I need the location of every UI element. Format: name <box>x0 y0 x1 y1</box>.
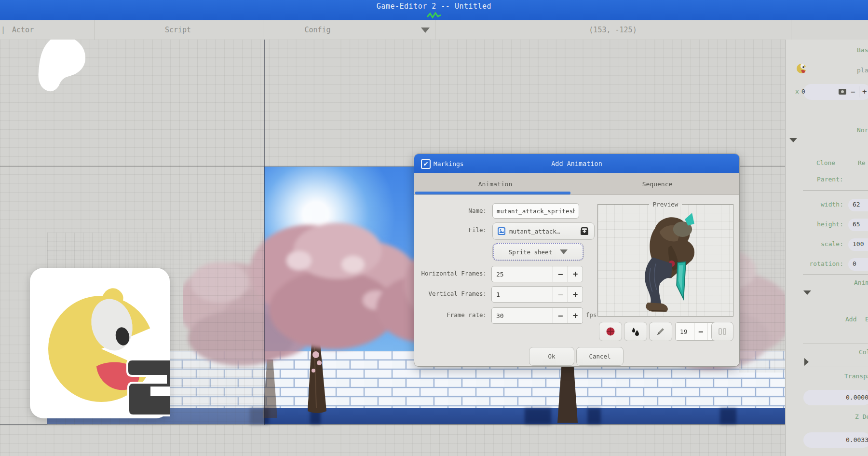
menu-bar: | Actor Script Config (153, -125) <box>0 20 868 40</box>
menu-script-label: Script <box>165 26 191 34</box>
hframes-spinner: 25 − + <box>491 266 583 282</box>
divider <box>803 274 868 275</box>
ok-button-label: Ok <box>548 353 555 360</box>
frame-number-value[interactable]: 19 <box>676 323 694 340</box>
expand-arrow-icon[interactable] <box>804 358 809 366</box>
cancel-button[interactable]: Cancel <box>576 347 624 366</box>
x-plus-button[interactable]: + <box>862 87 867 96</box>
divider <box>803 367 868 367</box>
target-icon <box>606 327 615 336</box>
name-input[interactable] <box>492 203 579 219</box>
image-icon <box>498 227 505 235</box>
clone-button[interactable]: Clone <box>816 159 835 166</box>
section-animation-label: Anim <box>854 279 868 286</box>
menu-actor[interactable]: | Actor <box>0 20 95 40</box>
hframes-plus-button[interactable]: + <box>568 266 583 282</box>
add-animation-button[interactable]: Add <box>845 316 856 323</box>
framerate-value[interactable]: 30 <box>492 308 553 323</box>
chevron-down-icon <box>560 249 568 254</box>
tab-sequence[interactable]: Sequence <box>576 173 738 194</box>
prop-row-height: height: 65 <box>786 219 868 231</box>
blend-mode-label[interactable]: Nor <box>857 126 868 134</box>
frame-minus-button[interactable]: − <box>694 323 707 340</box>
menu-config[interactable]: Config <box>263 20 435 40</box>
logo-digit-2 <box>128 360 170 415</box>
view-left-edge-line <box>264 40 265 425</box>
ink-mode-button[interactable] <box>624 322 647 341</box>
animation-type-value: Sprite sheet <box>509 249 552 256</box>
properties-panel: Bas pla − + x 0 Nor Clone Re Parent: wid… <box>785 40 868 456</box>
actor-name-label[interactable]: pla <box>857 67 868 74</box>
white-blob-actor[interactable] <box>34 40 91 94</box>
zdepth-label: Z De <box>855 413 868 420</box>
scale-value[interactable]: 100 <box>853 240 864 248</box>
ok-button[interactable]: Ok <box>529 347 574 366</box>
x-position-stepper[interactable]: − + <box>803 84 868 100</box>
remove-button[interactable]: Re <box>858 159 866 166</box>
prop-row-rotation: rotation: 0 <box>786 258 868 271</box>
width-value[interactable]: 62 <box>853 201 860 208</box>
hframes-minus-button[interactable]: − <box>553 266 568 282</box>
framerate-minus-button[interactable]: − <box>553 308 568 323</box>
section-collision-label: Col <box>859 348 868 356</box>
height-label: height: <box>789 221 843 228</box>
actor-thumbnail-icon[interactable] <box>796 62 808 74</box>
rotation-field[interactable] <box>848 258 868 271</box>
title-bar: Game-Editor 2 -- Untitled <box>0 0 868 21</box>
menu-spacer <box>791 20 868 40</box>
preview-panel: Preview <box>597 201 733 317</box>
transparency-value: 0.0000 <box>846 394 868 401</box>
pencil-icon <box>656 327 665 336</box>
framerate-unit: fps <box>586 311 597 318</box>
chevron-down-icon <box>421 28 430 33</box>
transparency-label: Transpa <box>844 373 868 380</box>
rotation-value[interactable]: 0 <box>853 260 856 267</box>
hframes-value[interactable]: 25 <box>492 266 553 282</box>
scale-label: scale: <box>789 240 843 248</box>
name-label: Name: <box>414 207 487 214</box>
menu-truncated-fragment: | <box>1 26 5 34</box>
active-tab-underline <box>415 192 570 194</box>
activity-zigzag-icon <box>426 12 442 20</box>
mutant-sprite-preview <box>628 209 700 316</box>
transparent-color-button[interactable] <box>599 322 622 341</box>
menu-actor-label: Actor <box>12 26 34 34</box>
menu-config-label: Config <box>304 26 330 34</box>
vframes-minus-button[interactable]: − <box>553 287 568 302</box>
transparency-field[interactable]: 0.0000 <box>803 390 868 405</box>
prop-row-width: width: 62 <box>786 199 868 211</box>
file-label: File: <box>414 226 487 234</box>
droplets-icon <box>631 327 640 336</box>
vframes-spinner: 1 − + <box>491 286 583 303</box>
x-value: 0 <box>801 88 805 95</box>
snapshot-icon <box>838 88 847 96</box>
zdepth-field[interactable]: 0.0033 <box>803 432 868 448</box>
outside-view-fade-right <box>739 233 785 373</box>
import-file-icon <box>580 227 589 235</box>
play-pause-button[interactable] <box>711 322 733 341</box>
vframes-value[interactable]: 1 <box>492 287 553 302</box>
divider <box>803 190 868 191</box>
framerate-plus-button[interactable]: + <box>568 308 583 323</box>
divider <box>803 344 868 344</box>
file-button[interactable]: mutant_attack… <box>492 222 595 240</box>
pause-icon <box>719 328 726 335</box>
dialog-title-bar[interactable]: ✔ Markings Add Animation <box>414 154 739 173</box>
framerate-label: Frame rate: <box>414 311 487 318</box>
vframes-plus-button[interactable]: + <box>568 287 583 302</box>
collapse-arrow-icon[interactable] <box>803 290 811 295</box>
zdepth-value: 0.0033 <box>846 436 868 443</box>
preview-legend: Preview <box>649 201 682 208</box>
edit-animation-button[interactable]: E <box>865 316 868 323</box>
collapse-arrow-icon[interactable] <box>789 138 797 142</box>
edit-pixel-button[interactable] <box>649 322 672 341</box>
hframes-label: Horizontal Frames: <box>414 270 487 277</box>
parent-label[interactable]: Parent: <box>817 176 843 183</box>
vframes-label: Vertical Frames: <box>414 290 487 297</box>
prop-row-scale: scale: 100 <box>786 238 868 251</box>
height-value[interactable]: 65 <box>853 221 860 228</box>
x-minus-button[interactable]: − <box>851 87 855 97</box>
animation-type-dropdown[interactable]: Sprite sheet <box>492 243 584 261</box>
width-label: width: <box>789 201 843 208</box>
menu-script[interactable]: Script <box>93 20 263 40</box>
